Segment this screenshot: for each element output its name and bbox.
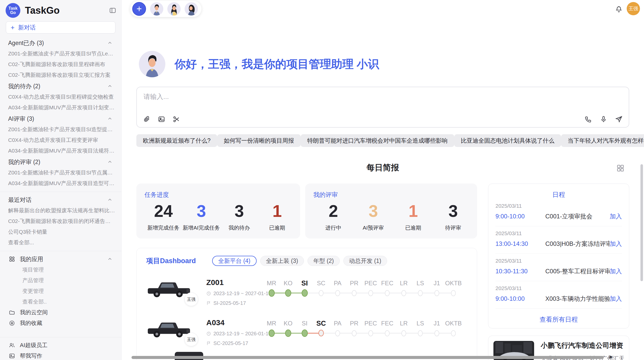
greeting-text: 你好，王强，我是你的项目管理助理 小识: [174, 57, 379, 72]
sidebar-section-header[interactable]: 我的评审 (2): [0, 157, 121, 167]
sidebar-divider: [0, 192, 121, 192]
chat-input[interactable]: 请输入...: [136, 87, 629, 128]
sidebar-item-my-apps[interactable]: 我的应用: [0, 254, 121, 264]
join-button[interactable]: 加入: [610, 267, 622, 275]
chevron-up-icon[interactable]: [107, 256, 113, 262]
sidebar-app-item[interactable]: 产品管理: [0, 275, 121, 286]
project-row[interactable]: 王强A0342023-12-19 ~ 2026-01-19SC-2025-05-…: [146, 318, 467, 346]
event-date: 2025/03/11: [495, 230, 622, 236]
stat-value: 3: [182, 201, 220, 221]
sidebar-list-item[interactable]: 查看全部...: [0, 237, 121, 248]
stat-value: 24: [144, 201, 182, 221]
stat-card: 我的评审2进行中3AI预评审1已逾期3待评审: [305, 184, 477, 238]
owner-badge: 王强: [184, 292, 198, 306]
sidebar-item-cloud-space[interactable]: 我的云空间: [0, 307, 121, 318]
project-dates: 2023-12-19 ~ 2026-01-19: [206, 331, 259, 337]
stat-card-title: 我的评审: [313, 191, 473, 199]
event-name: C005-整车工程目标评审: [545, 267, 610, 275]
join-button[interactable]: 加入: [610, 295, 622, 303]
sidebar-list-item[interactable]: A034-全新新能源MUV产品开发项目造型可行性评审: [0, 178, 121, 189]
sidebar-app-item[interactable]: 项目管理: [0, 264, 121, 275]
horizontal-scrollbar[interactable]: [131, 356, 604, 359]
voice-call-icon[interactable]: [584, 115, 592, 123]
sidebar-section-header[interactable]: Agent已办 (3): [0, 38, 121, 48]
milestone-label: KO: [280, 320, 296, 327]
sidebar-list-item[interactable]: C02-飞腾新能源轻客改款项目的闭环通告反馈情况: [0, 216, 121, 227]
sidebar-section-header[interactable]: AI评审 (3): [0, 113, 121, 124]
milestone-label: SC: [313, 320, 329, 327]
vertical-scrollbar[interactable]: [640, 164, 643, 281]
project-row[interactable]: 王强Z0012023-12-19 ~ 2027-01-19SI-2025-05-…: [146, 278, 467, 306]
suggestion-chip[interactable]: 当下年轻人对汽车外观有怎样的喜好趋势: [561, 134, 644, 147]
sidebar-list-item[interactable]: C02-飞腾新能源轻客改款项目立项汇报方案: [0, 70, 121, 80]
collapse-sidebar-icon[interactable]: [109, 7, 116, 14]
send-icon[interactable]: [615, 115, 623, 123]
my-apps-label: 我的应用: [20, 255, 43, 263]
sidebar-section-header[interactable]: 最近对话: [0, 194, 121, 205]
chevron-up-icon[interactable]: [107, 83, 113, 89]
dates-text: 2023-12-19 ~ 2026-01-19: [213, 331, 271, 337]
input-left-icons: [143, 115, 180, 123]
microphone-icon[interactable]: [600, 115, 607, 123]
tool-label: AI超级员工: [20, 341, 48, 349]
attachment-icon[interactable]: [143, 115, 151, 123]
new-chat-button[interactable]: + 新对话: [6, 21, 115, 34]
event-row: 10:30-11:30C005-整车工程目标评审加入: [495, 267, 622, 275]
suggestion-chip[interactable]: 如何写一份清晰的项目周报: [217, 134, 301, 147]
chevron-up-icon[interactable]: [107, 197, 113, 203]
stat-value: 3: [433, 201, 473, 221]
stat-label: 已逾期: [258, 224, 296, 231]
stat-cell: 2进行中: [313, 201, 353, 231]
dashboard-tab[interactable]: 全新平台 (4): [212, 256, 257, 266]
stat-value: 1: [393, 201, 433, 221]
image-upload-icon[interactable]: [158, 115, 165, 123]
milestone-dot: [434, 290, 439, 296]
app-title: TaskGo: [25, 5, 109, 16]
dashboard-tab[interactable]: 动总开发 (1): [343, 256, 387, 266]
sidebar-list-item[interactable]: 公司Q3轻卡销量: [0, 227, 121, 237]
schedule-event: 2025/03/119:00-10:00X003-车辆动力学性能验...加入: [495, 281, 622, 309]
sidebar-list-item[interactable]: Z001-全新燃油轻卡产品开发项目SI节点属性5D文件评审: [0, 167, 121, 178]
sidebar-list-item[interactable]: 解释最新出台的欧盟报废车法规再生塑料比例被调至15%...: [0, 205, 121, 216]
milestone-strip: MRKOSISCPAPRPECFECLRLSJ1OKTB: [263, 318, 462, 339]
ai-super-staff-icon: [9, 342, 15, 349]
flag-text: SI-2025-05-17: [213, 300, 246, 306]
view-all-schedule-link[interactable]: 查看所有日程: [495, 315, 622, 324]
sidebar-section-header[interactable]: 我的待办 (2): [0, 81, 121, 92]
suggestion-chip[interactable]: 特朗普可能对进口汽车增税会对中国车企造成哪些影响: [301, 134, 454, 147]
sidebar-list-item[interactable]: Z001-全新燃油皮卡产品开发项目SI节点Lesson Learn报告: [0, 48, 121, 59]
project-flag: SI-2025-05-17: [206, 300, 259, 306]
suggestion-chip[interactable]: 欧洲新规最近颁布了什么?: [136, 134, 217, 147]
sidebar-app-item[interactable]: 查看全部..: [0, 296, 121, 307]
stat-cell: 1已逾期: [393, 201, 433, 231]
sidebar-list-item[interactable]: C02-飞腾新能源轻客改款项目里程碑画布: [0, 59, 121, 70]
sidebar-app-item[interactable]: 变更管理: [0, 286, 121, 296]
new-chat-label: 新对话: [18, 24, 36, 32]
sidebar-list-item[interactable]: C0X4-动力总成开发项目SI里程碑提交物检查: [0, 92, 121, 102]
chevron-up-icon[interactable]: [107, 40, 113, 46]
chevron-up-icon[interactable]: [107, 159, 113, 165]
milestone-dot: [385, 290, 390, 296]
main-content: 你好，王强，我是你的项目管理助理 小识 请输入...: [136, 0, 629, 360]
sidebar-list-item[interactable]: C0X4-动力总成开发项目工程变更评审: [0, 135, 121, 145]
layout-grid-icon[interactable]: [616, 164, 625, 172]
join-button[interactable]: 加入: [610, 212, 622, 220]
milestone-labels: MRKOSISCPAPRPECFECLRLSJ1OKTB: [263, 278, 462, 288]
dashboard-tab[interactable]: 年型 (2): [308, 256, 340, 266]
event-time: 13:00-14:30: [495, 240, 538, 247]
milestone-label: LR: [396, 280, 412, 287]
suggestion-chip[interactable]: 比亚迪全固态电池计划具体说了什么: [454, 134, 561, 147]
dashboard-tab[interactable]: 全新上装 (3): [260, 256, 304, 266]
sidebar-item-ai-super-staff[interactable]: AI超级员工: [0, 340, 121, 351]
section-label: 最近对话: [8, 196, 32, 204]
sidebar-item-favorites[interactable]: 我的收藏: [0, 318, 121, 328]
join-button[interactable]: 加入: [610, 240, 622, 248]
schedule-event: 2025/03/119:00-10:00C001-立项审批会加入: [495, 199, 622, 226]
scissors-icon[interactable]: [172, 115, 180, 123]
sidebar-list-item[interactable]: Z001-全新燃油轻卡产品开发项目SI造型提交物评审: [0, 124, 121, 135]
sidebar-item-help-me-write[interactable]: 帮我写作: [0, 351, 121, 360]
sidebar-list-item[interactable]: A034-全新新能源MUV产品开发项目法规符合性评审: [0, 145, 121, 156]
sidebar-list-item[interactable]: A034-全新新能源MUV产品开发项目计划变更表编写: [0, 102, 121, 113]
chevron-up-icon[interactable]: [107, 116, 113, 122]
project-flag: SC-2025-05-17: [206, 340, 259, 346]
